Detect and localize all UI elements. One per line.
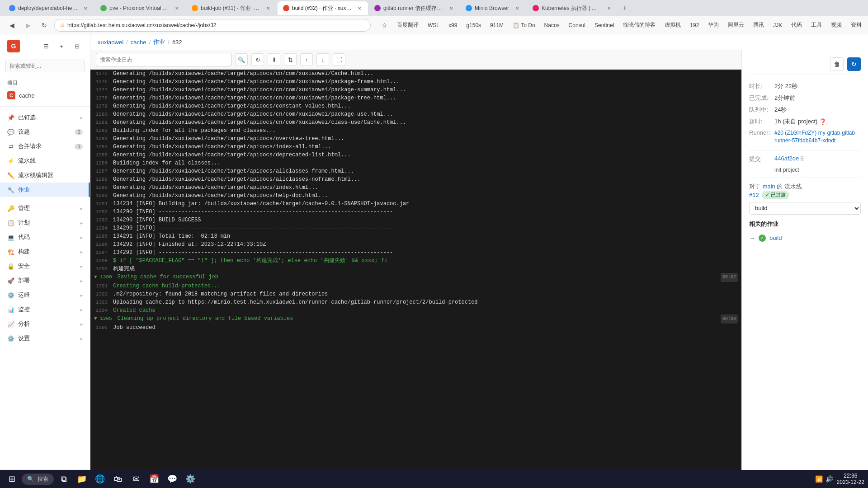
runner-value[interactable]: #20 (Z1GlhFdZY) my-gitlab-gitlab-runner-… (774, 129, 861, 145)
grid-menu-button[interactable]: ⊞ (71, 40, 83, 52)
bookmark-jjk[interactable]: JJK (770, 21, 785, 29)
clock[interactable]: 22:36 2023-12-22 (837, 473, 864, 485)
sidebar-item-build[interactable]: 🏗️ 构建 ▸ (0, 244, 90, 259)
bookmark-sentinel[interactable]: Sentinel (592, 21, 617, 29)
taskbar-icon-store[interactable]: 🛍 (110, 471, 126, 487)
related-job-build-name[interactable]: build (769, 235, 782, 241)
tab-2[interactable]: pve - Proxmox Virtual Envir... ✕ (95, 1, 185, 15)
bookmark-huawei[interactable]: 华为 (705, 20, 722, 30)
start-button[interactable]: ⊞ (4, 471, 20, 487)
bookmark-911m[interactable]: 911M (487, 21, 506, 29)
task-view-button[interactable]: ⧉ (56, 471, 72, 487)
stage-select[interactable]: build (749, 202, 861, 215)
bookmark-ali[interactable]: 阿里云 (725, 20, 747, 30)
tab-5[interactable]: gitlab runner 信任缓存域名设置... ✕ (369, 1, 459, 15)
timeout-help-icon[interactable]: ❓ (819, 118, 826, 125)
search-submit-button[interactable]: 🔍 (235, 53, 248, 66)
taskbar-search[interactable]: 🔍 搜索 (22, 474, 54, 485)
volume-icon[interactable]: 🔊 (826, 475, 833, 483)
taskbar-icon-edge[interactable]: 🌐 (92, 471, 108, 487)
bookmark-wsl[interactable]: WSL (425, 21, 442, 29)
bookmark-nacos[interactable]: Nacos (542, 21, 562, 29)
sidebar-item-settings[interactable]: ⚙️ 设置 ▸ (0, 331, 90, 346)
pipeline-branch[interactable]: main (763, 183, 775, 190)
copy-commit-icon[interactable]: ⎘ (801, 155, 804, 162)
sidebar-item-pinned[interactable]: 📌 已钉选 ▸ (0, 110, 90, 125)
tab-close-3[interactable]: ✕ (265, 5, 271, 12)
sidebar-item-issues[interactable]: 💬 议题 0 (0, 125, 90, 139)
sidebar-item-deploy[interactable]: 🚀 部署 ▸ (0, 273, 90, 288)
log-container[interactable]: 🔍 ↻ ⬇ ⇅ ↑ ↓ ⛶ 1275 Generating /builds/xu… (90, 50, 741, 488)
address-bar[interactable]: ⚠ https://gitlab.test.helm.xuxiaowei.cn/… (54, 19, 371, 32)
sidebar-item-merge-requests[interactable]: ⇄ 合并请求 0 (0, 139, 90, 154)
taskbar-icon-calendar[interactable]: 📅 (146, 471, 162, 487)
retry-job-button[interactable]: ↻ (847, 57, 861, 71)
tab-close-6[interactable]: ✕ (514, 5, 521, 12)
log-search-input[interactable] (96, 53, 231, 66)
sidebar-item-admin[interactable]: 🔑 管理 ▸ (0, 201, 90, 216)
sort-button[interactable]: ⇅ (284, 53, 297, 66)
bookmark-video[interactable]: 视频 (828, 20, 844, 30)
scroll-top-button[interactable]: ↑ (300, 53, 313, 66)
back-button[interactable]: ◀ (5, 19, 18, 32)
sidebar-item-code[interactable]: 💻 代码 ▸ (0, 230, 90, 244)
fullscreen-button[interactable]: ⛶ (333, 53, 345, 66)
download-button[interactable]: ⬇ (268, 53, 280, 66)
sidebar-item-security[interactable]: 🔒 安全 ▸ (0, 259, 90, 273)
log-line-1305-section[interactable]: ▼ 1305 Cleaning up project directory and… (90, 314, 741, 324)
sidebar-project-item[interactable]: C cache (0, 88, 90, 103)
forward-button[interactable]: ▶ (22, 19, 34, 32)
log-line-1300-section[interactable]: ▼ 1300 Saving cache for successful job 0… (90, 273, 741, 282)
sidebar-item-ops[interactable]: ⚙️ 运维 ▸ (0, 288, 90, 302)
tab-1[interactable]: deploy/dependabot-helm-ir... ✕ (4, 1, 94, 15)
sidebar-item-analyze[interactable]: 📈 分析 ▸ (0, 317, 90, 331)
sidebar-item-jobs[interactable]: 🔧 作业 (0, 183, 90, 197)
search-input[interactable] (5, 60, 85, 72)
tab-7[interactable]: Kubernetes 执行器 | 极GitL... ✕ (527, 1, 618, 15)
tab-close-4[interactable]: ✕ (356, 5, 363, 12)
bookmark-materials[interactable]: 资料 (848, 20, 863, 30)
taskbar-icon-mail[interactable]: ✉ (128, 471, 144, 487)
bookmark-x99[interactable]: x99 (446, 21, 460, 29)
bookmark-tools[interactable]: 工具 (808, 20, 825, 30)
commit-hash[interactable]: 446af2de ⎘ (774, 155, 804, 162)
bookmark-blog[interactable]: 徐晓伟的博客 (620, 20, 658, 30)
network-icon[interactable]: 📶 (815, 475, 823, 483)
breadcrumb-jobs[interactable]: 作业 (153, 38, 165, 46)
bookmark-consul[interactable]: Consul (566, 21, 588, 29)
pipeline-num[interactable]: #12 ✓ 已过渡 (749, 191, 861, 199)
taskbar-icon-settings[interactable]: ⚙️ (182, 471, 198, 487)
tab-close-7[interactable]: ✕ (606, 5, 612, 12)
breadcrumb-xuxiaowei[interactable]: xuxiaowei (98, 39, 123, 46)
sidebar-item-monitor[interactable]: 📊 监控 ▸ (0, 302, 90, 317)
gitlab-logo[interactable]: G (7, 40, 20, 52)
sidebar-toggle-button[interactable]: ☰ (40, 40, 52, 52)
bookmark-tencent[interactable]: 腾讯 (750, 20, 767, 30)
bookmark-code[interactable]: 代码 (788, 20, 805, 30)
tab-close-1[interactable]: ✕ (82, 5, 89, 12)
scroll-bottom-button[interactable]: ↓ (316, 53, 329, 66)
tab-close-2[interactable]: ✕ (174, 5, 180, 12)
sidebar-item-pipelines[interactable]: ⚡ 流水线 (0, 154, 90, 168)
bookmark-todo[interactable]: 📋 To Do (510, 21, 538, 29)
sidebar-item-pipeline-editor[interactable]: ✏️ 流水线编辑器 (0, 168, 90, 183)
tab-3[interactable]: build-job (#31) · 作业 · xuxia... ✕ (186, 1, 277, 15)
bookmark-baidu-translate[interactable]: 百度翻译 (394, 20, 421, 30)
refresh-button[interactable]: ↻ (251, 53, 264, 66)
bookmark-vm[interactable]: 虚拟机 (662, 20, 684, 30)
new-item-button[interactable]: + (56, 40, 67, 52)
new-tab-button[interactable]: + (618, 2, 631, 14)
breadcrumb-cache[interactable]: cache (131, 39, 146, 46)
star-button[interactable]: ☆ (378, 19, 391, 32)
taskbar-icon-chat[interactable]: 💬 (164, 471, 180, 487)
sidebar-search[interactable] (5, 60, 85, 72)
tab-close-5[interactable]: ✕ (448, 5, 454, 12)
sidebar-item-plan[interactable]: 📋 计划 ▸ (0, 216, 90, 230)
tab-4[interactable]: build (#32) · 作业 · xuxiaowei ✕ (278, 1, 368, 15)
taskbar-icon-file[interactable]: 📁 (74, 471, 90, 487)
reload-button[interactable]: ↻ (38, 19, 51, 32)
bookmark-g150s[interactable]: g150s (463, 21, 484, 29)
delete-job-button[interactable]: 🗑 (830, 57, 844, 71)
bookmark-192[interactable]: 192 (687, 21, 702, 29)
tab-6[interactable]: Minio Browser ✕ (460, 1, 526, 15)
